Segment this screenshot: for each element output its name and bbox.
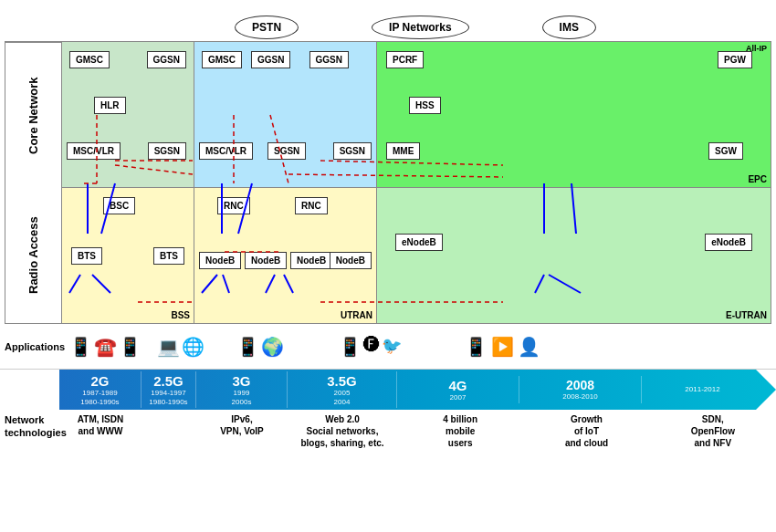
oval-ip-networks: IP Networks <box>372 16 468 39</box>
node-nodeb-3g-3: NodeB <box>290 252 332 269</box>
node-ggsn-3g-2: GGSN <box>309 51 349 68</box>
user-icon-4g: 👤 <box>518 336 540 358</box>
node-gmsc-3g: GMSC <box>202 51 242 68</box>
main-container: PSTN IP Networks IMS <box>0 0 776 532</box>
node-bts-2g-2: BTS <box>153 247 184 265</box>
node-nodeb-3g-4: NodeB <box>330 252 372 269</box>
applications-icons: 📱 ☎️ 📱 💻 🌐 📱 🌍 📱 🅕 🐦 <box>59 336 776 358</box>
node-nodeb-3g-2: NodeB <box>245 252 287 269</box>
bss-label: BSS <box>171 310 190 320</box>
node-bts-2g-1: BTS <box>71 247 102 265</box>
radio-access-row: BSC BTS BTS BSS RNC RNC NodeB NodeB Node… <box>62 188 771 323</box>
core-network-label: Core Network <box>5 42 61 188</box>
node-mme-4g: MME <box>386 142 420 160</box>
applications-row: Applications 📱 ☎️ 📱 💻 🌐 📱 🌍 <box>0 324 776 370</box>
tech-4g-1: 4 billion mobile users <box>397 413 523 449</box>
tech-4g-3: SDN, OpenFlow and NFV <box>650 413 776 449</box>
radio-3g-section: RNC RNC NodeB NodeB NodeB NodeB UTRAN <box>194 188 377 323</box>
core-3g-section: GMSC GGSN GGSN GGSN MSC/VLR SGSN SGSN <box>194 42 377 187</box>
phone-icon-3g: 📱 <box>236 336 259 358</box>
laptop-icon-25g: 💻 <box>157 336 180 358</box>
app-icons-2g: 📱 ☎️ 📱 <box>64 336 146 358</box>
bottom-section: Applications 📱 ☎️ 📱 💻 🌐 📱 🌍 <box>0 324 776 532</box>
node-mscvlr-2g: MSC/VLR <box>67 142 121 160</box>
net-tech-label: Network technologies <box>0 413 59 440</box>
gen-4g-late-years: 2011-2012 <box>685 385 719 394</box>
node-sgsn-3g-1: SGSN <box>267 142 306 160</box>
gen-25g-label: 2.5G <box>153 373 184 389</box>
app-icons-4g: 📱 ▶️ 👤 <box>434 336 571 358</box>
phone-icon-2g: 📱 <box>69 336 92 358</box>
core-4g-section: All-IP PCRF PGW HSS MME SGW EPC <box>377 42 771 187</box>
youtube-icon-4g: ▶️ <box>491 336 514 358</box>
utran-label: UTRAN <box>341 310 372 320</box>
node-bsc-2g: BSC <box>103 197 135 214</box>
node-sgw-4g: SGW <box>708 142 743 160</box>
gen-25g: 2.5G 1994-1997 1980-1990s <box>142 371 196 408</box>
gen-4g-label: 4G <box>448 378 467 393</box>
gen-2g-label: 2G <box>90 373 109 389</box>
gen-4g-3: 2011-2012 <box>642 383 776 396</box>
tech-2g: ATM, ISDN and WWW <box>59 413 142 449</box>
node-sgsn-2g: SGSN <box>148 142 186 160</box>
node-enodeb-4g-1: eNodeB <box>395 234 443 251</box>
call-icon-2g: ☎️ <box>94 336 117 358</box>
node-rnc-3g-1: RNC <box>217 197 250 214</box>
facebook-icon-35g: 🅕 <box>363 336 380 358</box>
radio-2g-section: BSC BTS BTS BSS <box>62 188 194 323</box>
node-nodeb-3g-1: NodeB <box>199 252 241 269</box>
node-enodeb-4g-2: eNodeB <box>705 234 752 251</box>
core-2g-section: GMSC GGSN HLR MSC/VLR SGSN <box>62 42 194 187</box>
radio-4g-section: eNodeB eNodeB E-UTRAN <box>377 188 771 323</box>
gen-3g: 3G 1999 2000s <box>196 371 288 408</box>
sms-icon-2g: 📱 <box>119 336 142 358</box>
core-network-row: GMSC GGSN HLR MSC/VLR SGSN GMSC GGSN GGS… <box>62 42 771 188</box>
node-sgsn-3g-2: SGSN <box>333 142 372 160</box>
tech-25g <box>142 413 196 449</box>
node-pcrf-4g: PCRF <box>386 51 424 68</box>
radio-access-label: Radio Access <box>5 188 61 323</box>
diagram-content: GMSC GGSN HLR MSC/VLR SGSN GMSC GGSN GGS… <box>62 42 771 323</box>
gen-25g-years: 1994-1997 1980-1990s <box>149 389 187 406</box>
globe-icon-25g: 🌐 <box>182 336 204 358</box>
gen-4g-mid-label: 2008 <box>566 378 594 392</box>
gen-35g: 3.5G 2005 2004 <box>288 371 397 408</box>
left-labels: Core Network Radio Access <box>5 42 62 323</box>
globe-icon-3g: 🌍 <box>261 336 284 358</box>
tech-3g: IPv6, VPN, VoIP <box>196 413 288 449</box>
gen-4g-mid-years: 2008-2010 <box>562 392 597 402</box>
app-icons-35g: 📱 🅕 🐦 <box>315 336 425 358</box>
node-hss-4g: HSS <box>409 97 441 114</box>
gen-3g-years: 1999 2000s <box>232 389 252 406</box>
net-tech-content: ATM, ISDN and WWW IPv6, VPN, VoIP Web 2.… <box>59 413 776 449</box>
gen-35g-label: 3.5G <box>327 373 357 389</box>
node-ggsn-2g: GGSN <box>147 51 186 68</box>
gen-2g: 2G 1987-1989 1980-1990s <box>59 371 142 408</box>
top-ovals-row: PSTN IP Networks IMS <box>55 0 776 41</box>
eutran-label: E-UTRAN <box>726 310 767 320</box>
app-icons-3g: 📱 🌍 <box>215 336 306 358</box>
node-gmsc-2g: GMSC <box>69 51 110 68</box>
node-hlr-2g: HLR <box>94 97 126 114</box>
gen-3g-label: 3G <box>232 373 250 389</box>
node-ggsn-3g-1: GGSN <box>251 51 290 68</box>
gen-4g-years: 2007 <box>450 393 467 402</box>
node-pgw-4g: PGW <box>718 51 752 68</box>
device-icon-35g: 📱 <box>339 336 362 358</box>
net-tech-row: Network technologies ATM, ISDN and WWW I… <box>0 410 776 532</box>
generation-bar: 2G 1987-1989 1980-1990s 2.5G 1994-1997 1… <box>59 370 776 410</box>
gen-4g-1: 4G 2007 <box>397 376 519 404</box>
node-mscvlr-3g: MSC/VLR <box>199 142 253 160</box>
applications-label: Applications <box>0 341 59 352</box>
gen-bar-spacer <box>0 370 59 410</box>
tech-4g-2: Growth of IoT and cloud <box>523 413 649 449</box>
gen-4g-2: 2008 2008-2010 <box>519 376 642 403</box>
oval-pstn: PSTN <box>235 16 299 39</box>
app-icons-25g: 💻 🌐 <box>155 336 205 358</box>
oval-ims: IMS <box>542 16 596 39</box>
network-diagram: Core Network Radio Access GMSC GGSN HLR … <box>5 41 771 324</box>
tablet-icon-4g: 📱 <box>465 336 488 358</box>
twitter-icon-35g: 🐦 <box>382 336 402 358</box>
node-rnc-3g-2: RNC <box>295 197 328 214</box>
generation-bar-row: 2G 1987-1989 1980-1990s 2.5G 1994-1997 1… <box>0 370 776 410</box>
